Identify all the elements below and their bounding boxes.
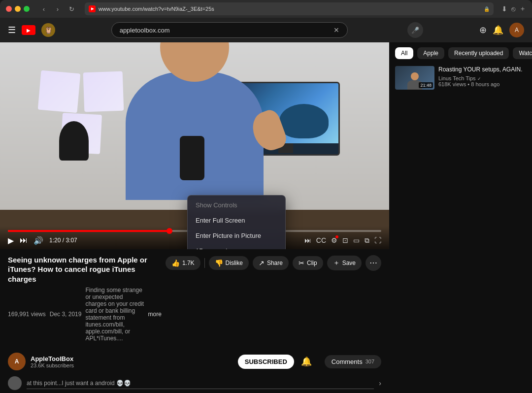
context-menu-show-controls[interactable]: Show Controls [188, 197, 285, 213]
new-tab-icon[interactable]: ＋ [519, 4, 526, 13]
view-count: 169,991 views [8, 311, 46, 318]
comment-input[interactable]: at this point...I just want a android 💀💀 [27, 378, 374, 389]
refresh-button[interactable]: ↻ [66, 3, 77, 14]
time-display: 1:20 / 3:07 [49, 237, 77, 244]
download-icon[interactable]: ⬇ [501, 5, 507, 13]
pip-label: Enter Picture in Picture [196, 232, 261, 239]
presenter-hand [248, 107, 289, 155]
miniplayer-button[interactable]: ⊡ [342, 236, 348, 244]
forward-button[interactable]: › [52, 3, 63, 14]
volume-button[interactable]: 🔊 [33, 236, 43, 245]
menu-button[interactable]: ☰ [8, 25, 16, 35]
subtitles-button[interactable]: CC [316, 236, 326, 244]
share-icon[interactable]: ⎋ [511, 5, 515, 13]
channel-subscribers: 23.6K subscribers [31, 362, 233, 368]
play-button[interactable]: ▶ [8, 236, 14, 245]
fullscreen-label: Enter Full Screen [196, 217, 245, 224]
recommended-video-0[interactable]: 21:48 Roasting YOUR setups, AGAIN. Linus… [389, 63, 532, 93]
filter-chip-all[interactable]: All [395, 47, 413, 59]
user-avatar[interactable]: A [509, 23, 524, 37]
video-title: Seeing unknown charges from Apple or iTu… [8, 255, 162, 284]
like-dislike-separator [204, 258, 205, 268]
pip-button[interactable]: ⧉ [365, 236, 369, 245]
video-info: Seeing unknown charges from Apple or iTu… [0, 249, 389, 350]
more-actions-button[interactable]: ⋯ [366, 255, 381, 271]
site-favicon: ▶ [89, 5, 96, 12]
dislike-button[interactable]: 👎 Dislike [209, 256, 249, 270]
show-controls-label: Show Controls [196, 201, 237, 209]
speaker-prop [59, 121, 89, 161]
subscribe-button[interactable]: SUBSCRIBED [238, 355, 294, 369]
share-icon: ↗ [259, 259, 265, 267]
voice-search-button[interactable]: 🎤 [407, 22, 423, 38]
save-icon: ＋ [333, 259, 340, 267]
comment-input-row: at this point...I just want a android 💀💀… [0, 373, 389, 393]
search-bar[interactable]: appletoolbox.com ✕ [111, 22, 348, 38]
fullscreen-button[interactable]: ⛶ [374, 236, 381, 244]
more-link[interactable]: more [148, 311, 162, 318]
filter-chip-apple[interactable]: Apple [417, 47, 444, 59]
close-window-button[interactable] [6, 6, 12, 12]
right-controls: ⏭ CC ⚙ ⊡ ▭ ⧉ ⛶ [304, 236, 381, 245]
clip-button[interactable]: ✂ Clip [293, 256, 323, 270]
presenter-phone [180, 136, 204, 180]
red-dot-indicator [335, 235, 338, 238]
maximize-window-button[interactable] [24, 6, 30, 12]
channel-info: AppleToolBox 23.6K subscribers [31, 355, 233, 368]
1password-label: 1Password [196, 247, 227, 249]
like-button[interactable]: 👍 1.7K [166, 256, 200, 270]
context-menu-1password[interactable]: 1Password › [188, 243, 285, 249]
comments-label: Comments [332, 358, 363, 365]
submenu-chevron-icon: › [276, 248, 277, 249]
autoplay-toggle[interactable]: ⏭ [304, 236, 311, 244]
create-video-button[interactable]: ⊕ [479, 25, 487, 35]
sidebar: All Apple Recently uploaded Watched [389, 42, 532, 393]
share-button[interactable]: ↗ Share [253, 256, 289, 270]
traffic-lights [6, 6, 30, 12]
channel-name[interactable]: AppleToolBox [31, 355, 233, 362]
rec-channel-0: Linus Tech Tips ✓ [438, 75, 526, 81]
toolbar-right: ⊕ 🔔 A [479, 23, 524, 37]
lock-icon: 🔒 [484, 6, 490, 12]
channel-row: A AppleToolBox 23.6K subscribers SUBSCRI… [0, 350, 389, 373]
save-label: Save [342, 260, 356, 266]
channel-avatar[interactable]: A [8, 353, 26, 370]
titlebar-actions: ⬇ ⎋ ＋ [501, 4, 526, 13]
mac-titlebar: ‹ › ↻ ▶ www.youtube.com/watch?v=tvN9iaZ-… [0, 0, 532, 18]
context-menu-fullscreen[interactable]: Enter Full Screen [188, 213, 285, 228]
theater-mode-button[interactable]: ▭ [353, 236, 360, 244]
dislike-label: Dislike [226, 260, 243, 266]
context-menu-pip[interactable]: Enter Picture in Picture [188, 228, 285, 243]
share-label: Share [267, 260, 283, 266]
rec-duration-0: 21:48 [419, 82, 433, 88]
filter-chips: All Apple Recently uploaded Watched [389, 42, 532, 63]
video-description: Finding some strange or unexpected charg… [85, 287, 144, 342]
upload-date: Dec 3, 2019 [50, 311, 82, 318]
comments-button[interactable]: Comments 307 [325, 355, 381, 368]
url-bar[interactable]: ▶ www.youtube.com/watch?v=tvN9iaZ-_3E&t=… [85, 2, 494, 15]
search-input-text[interactable]: appletoolbox.com [120, 27, 333, 34]
comment-submit-icon[interactable]: › [379, 379, 381, 387]
main-content: Show Controls Enter Full Screen Enter Pi… [0, 42, 532, 393]
save-button[interactable]: ＋ Save [327, 256, 362, 270]
notifications-button[interactable]: 🔔 [493, 25, 503, 35]
titlebar-nav: ‹ › ↻ [38, 3, 77, 14]
filter-chip-watched[interactable]: Watched [513, 47, 532, 59]
notification-bell-button[interactable]: 🔔 [301, 356, 312, 367]
like-icon: 👍 [171, 259, 180, 267]
back-button[interactable]: ‹ [38, 3, 49, 14]
youtube-logo: ▶ [22, 25, 35, 35]
context-menu: Show Controls Enter Full Screen Enter Pi… [187, 195, 286, 249]
rec-thumbnail-0: 21:48 [395, 66, 434, 90]
video-section: Show Controls Enter Full Screen Enter Pi… [0, 42, 389, 393]
progress-fill [8, 230, 172, 232]
minimize-window-button[interactable] [15, 6, 21, 12]
video-player[interactable]: Show Controls Enter Full Screen Enter Pi… [0, 42, 389, 249]
settings-button[interactable]: ⚙ [331, 236, 337, 244]
filter-chip-recently-uploaded[interactable]: Recently uploaded [448, 47, 509, 59]
verified-icon-0: ✓ [477, 76, 481, 81]
next-button[interactable]: ⏭ [20, 236, 28, 245]
presenter-body [126, 72, 264, 200]
search-clear-icon[interactable]: ✕ [333, 26, 339, 34]
rec-info-0: Roasting YOUR setups, AGAIN. Linus Tech … [438, 66, 526, 90]
